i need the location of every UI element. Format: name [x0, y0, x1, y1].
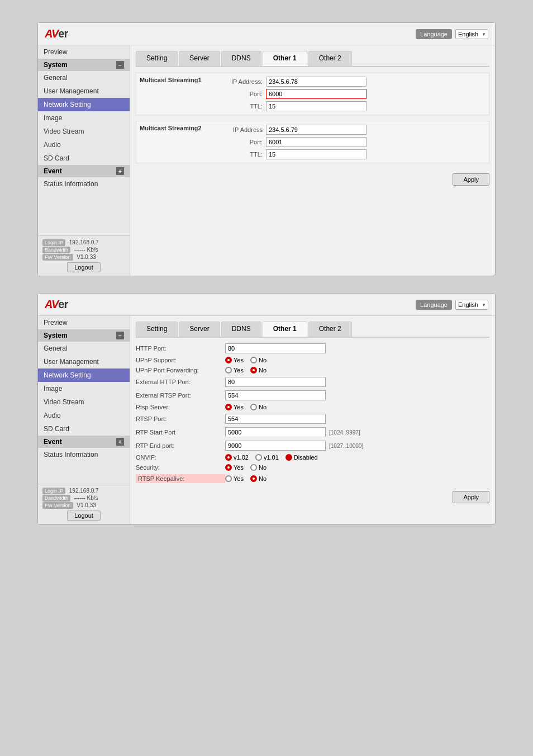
stream-ttl-row-2: TTL: — [212, 149, 486, 159]
sidebar-system-toggle-2[interactable]: − — [116, 332, 124, 339]
tab-other2-1[interactable]: Other 2 — [308, 51, 352, 66]
sidebar-image-2[interactable]: Image — [38, 382, 130, 395]
footer-logout-row-2: Logout — [42, 511, 125, 521]
sidebar-event-2[interactable]: Event + — [38, 436, 130, 448]
sidebar-system-2[interactable]: System − — [38, 329, 130, 342]
language-select-wrapper-2[interactable]: English — [455, 300, 488, 310]
ext-http-port-input[interactable] — [225, 377, 326, 387]
sidebar-videostream-2[interactable]: Video Stream — [38, 395, 130, 409]
sidebar-videostream-1[interactable]: Video Stream — [38, 125, 130, 138]
security-yes[interactable]: Yes — [225, 464, 244, 471]
sidebar-event-label-2: Event — [44, 438, 62, 446]
tab-other2-2[interactable]: Other 2 — [308, 322, 352, 337]
language-select-2[interactable]: English — [455, 300, 488, 310]
sidebar-preview-2[interactable]: Preview — [38, 316, 130, 329]
sidebar-2: Preview System − General User Management… — [38, 316, 130, 524]
sidebar-event-toggle-2[interactable]: + — [116, 438, 124, 446]
panel-2: AVer Language English Preview System − G… — [37, 293, 496, 525]
security-no-label: No — [259, 464, 266, 471]
sidebar-usermgmt-1[interactable]: User Management — [38, 84, 130, 98]
rtp-start-input[interactable] — [225, 427, 326, 437]
sidebar-network-1[interactable]: Network Setting — [38, 98, 130, 111]
footer-fw-1: FW Version V1.0.33 — [42, 254, 125, 260]
onvif-disabled[interactable]: Disabled — [285, 454, 318, 461]
logout-button-1[interactable]: Logout — [67, 262, 101, 272]
security-no-radio[interactable] — [250, 464, 257, 471]
footer-loginip-label-1: Login IP — [42, 239, 65, 246]
tab-ddns-1[interactable]: DDNS — [221, 51, 261, 66]
sidebar-general-2[interactable]: General — [38, 342, 130, 355]
rtsp-server-no-radio[interactable] — [250, 404, 257, 410]
sidebar-preview-1[interactable]: Preview — [38, 45, 130, 59]
upnp-forward-no-radio[interactable] — [250, 367, 257, 374]
sidebar-audio-1[interactable]: Audio — [38, 138, 130, 152]
footer-bandwidth-value-1: ------ Kb/s — [74, 247, 98, 253]
stream-ttl-row-1: TTL: — [212, 101, 486, 111]
logout-button-2[interactable]: Logout — [67, 511, 101, 521]
stream-port-input-2[interactable] — [266, 137, 367, 147]
upnp-forward-yes-radio[interactable] — [225, 367, 232, 374]
stream-port-input-1[interactable] — [266, 89, 367, 99]
stream-ttl-label-1: TTL: — [212, 103, 263, 110]
tab-setting-2[interactable]: Setting — [136, 322, 178, 337]
onvif-v102-radio[interactable] — [225, 454, 232, 461]
onvif-v102[interactable]: v1.02 — [225, 454, 249, 461]
stream-ip-input-1[interactable] — [266, 77, 367, 87]
apply-button-1[interactable]: Apply — [453, 173, 489, 186]
rtsp-server-yes-radio[interactable] — [225, 404, 232, 410]
security-yes-label: Yes — [234, 464, 244, 471]
onvif-disabled-radio[interactable] — [285, 454, 292, 461]
upnp-support-yes[interactable]: Yes — [225, 357, 244, 363]
sidebar-system-1[interactable]: System − — [38, 59, 130, 71]
upnp-forward-yes[interactable]: Yes — [225, 367, 244, 374]
language-select-1[interactable]: English — [455, 29, 488, 39]
stream-ip-input-2[interactable] — [266, 125, 367, 135]
sidebar-image-1[interactable]: Image — [38, 111, 130, 125]
content-1: Setting Server DDNS Other 1 Other 2 Mult… — [130, 45, 495, 276]
sidebar-status-1[interactable]: Status Information — [38, 177, 130, 191]
sidebar-audio-2[interactable]: Audio — [38, 409, 130, 422]
security-no[interactable]: No — [250, 464, 266, 471]
sidebar-system-label-2: System — [44, 332, 68, 339]
upnp-support-no-radio[interactable] — [250, 357, 257, 363]
sidebar-system-toggle-1[interactable]: − — [116, 61, 124, 69]
rtsp-keepalive-yes[interactable]: Yes — [225, 475, 244, 482]
sidebar-status-2[interactable]: Status Information — [38, 448, 130, 461]
language-select-wrapper-1[interactable]: English — [455, 29, 488, 39]
apply-button-2[interactable]: Apply — [453, 491, 489, 503]
tab-setting-1[interactable]: Setting — [136, 51, 178, 66]
upnp-support-yes-radio[interactable] — [225, 357, 232, 363]
sidebar-network-2[interactable]: Network Setting — [38, 368, 130, 382]
sidebar-event-toggle-1[interactable]: + — [116, 167, 124, 175]
security-yes-radio[interactable] — [225, 464, 232, 471]
stream-row-2: Multicast Streaming2 IP Address Port: TT… — [136, 121, 489, 163]
sidebar-sdcard-1[interactable]: SD Card — [38, 152, 130, 165]
sidebar-usermgmt-2[interactable]: User Management — [38, 355, 130, 368]
language-label-2: Language — [416, 300, 452, 310]
sidebar-event-1[interactable]: Event + — [38, 165, 130, 177]
ext-http-port-label: External HTTP Port: — [136, 379, 225, 385]
sidebar-sdcard-2[interactable]: SD Card — [38, 422, 130, 436]
upnp-support-no[interactable]: No — [250, 357, 266, 363]
rtsp-keepalive-no[interactable]: No — [250, 475, 266, 482]
ext-rtsp-port-input[interactable] — [225, 390, 326, 400]
upnp-forward-no[interactable]: No — [250, 367, 266, 374]
rtsp-keepalive-no-radio[interactable] — [250, 475, 257, 482]
sidebar-general-1[interactable]: General — [38, 71, 130, 84]
tab-server-1[interactable]: Server — [179, 51, 220, 66]
tab-server-2[interactable]: Server — [179, 322, 220, 337]
rtsp-keepalive-yes-radio[interactable] — [225, 475, 232, 482]
onvif-v101[interactable]: v1.01 — [255, 454, 279, 461]
stream-ttl-input-2[interactable] — [266, 149, 367, 159]
stream-ttl-input-1[interactable] — [266, 101, 367, 111]
tab-other1-2[interactable]: Other 1 — [263, 322, 307, 337]
rtsp-server-no[interactable]: No — [250, 404, 266, 410]
rtsp-port-input[interactable] — [225, 414, 326, 424]
rtp-end-input[interactable] — [225, 441, 326, 451]
tab-other1-1[interactable]: Other 1 — [263, 51, 307, 66]
rtsp-server-yes[interactable]: Yes — [225, 404, 244, 410]
apply-row-1: Apply — [136, 169, 489, 190]
tab-ddns-2[interactable]: DDNS — [221, 322, 261, 337]
http-port-input[interactable] — [225, 343, 326, 353]
onvif-v101-radio[interactable] — [255, 454, 262, 461]
